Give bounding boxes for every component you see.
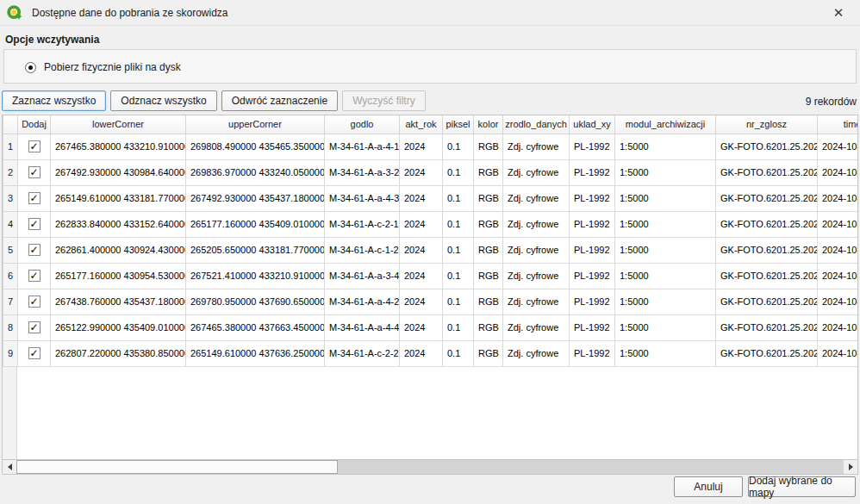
cell-lowerCorner[interactable]: 267465.380000 433210.910000: [51, 134, 186, 159]
cell-upperCorner[interactable]: 265205.650000 433181.770000: [186, 237, 325, 263]
invert-selection-button[interactable]: Odwróć zaznaczenie: [221, 90, 338, 111]
add-selected-to-map-button[interactable]: Dodaj wybrane do mapy: [748, 476, 856, 497]
cell-kolor[interactable]: RGB: [474, 237, 503, 263]
select-all-button[interactable]: Zaznacz wszystko: [2, 90, 106, 111]
horizontal-scrollbar[interactable]: [3, 459, 857, 474]
cell-zrodlo_danych[interactable]: Zdj. cyfrowe: [503, 263, 570, 289]
cell-kolor[interactable]: RGB: [474, 211, 503, 237]
download-files-radio[interactable]: Pobierz fizycznie pliki na dysk: [25, 61, 181, 73]
cell-piksel[interactable]: 0.1: [443, 134, 474, 159]
scrollbar-thumb[interactable]: [16, 460, 338, 474]
cell-modul_archiwizacji[interactable]: 1:5000: [615, 185, 716, 211]
cell-godlo[interactable]: M-34-61-A-a-4-4: [325, 314, 400, 340]
row-checkbox[interactable]: ✓: [28, 296, 41, 308]
radio-icon[interactable]: [25, 62, 36, 73]
cell-akt_rok[interactable]: 2024: [400, 289, 443, 314]
cell-akt_rok[interactable]: 2024: [400, 159, 443, 185]
cell-upperCorner[interactable]: 269808.490000 435465.350000: [186, 134, 325, 159]
cell-piksel[interactable]: 0.1: [443, 237, 474, 263]
cell-nr_zglosz[interactable]: GK-FOTO.6201.25.2024: [716, 185, 818, 211]
cell-akt_rok[interactable]: 2024: [400, 211, 443, 237]
checkbox-cell[interactable]: ✓: [18, 185, 51, 211]
column-header-lowerCorner[interactable]: lowerCorner: [51, 115, 186, 134]
checkbox-cell[interactable]: ✓: [18, 314, 51, 340]
cell-nr_zglosz[interactable]: GK-FOTO.6201.25.2024: [716, 134, 818, 159]
cell-nr_zglosz[interactable]: GK-FOTO.6201.25.2024: [716, 237, 818, 263]
cell-zrodlo_danych[interactable]: Zdj. cyfrowe: [503, 211, 570, 237]
row-number[interactable]: 3: [3, 185, 18, 211]
cell-lowerCorner[interactable]: 262807.220000 435380.850000: [51, 340, 186, 366]
cell-lowerCorner[interactable]: 262833.840000 433152.640000: [51, 211, 186, 237]
cell-uklad_xy[interactable]: PL-1992: [570, 159, 615, 185]
cell-upperCorner[interactable]: 267521.410000 433210.910000: [186, 263, 325, 289]
cell-nr_zglosz[interactable]: GK-FOTO.6201.25.2024: [716, 211, 818, 237]
cell-uklad_xy[interactable]: PL-1992: [570, 134, 615, 159]
checkbox-cell[interactable]: ✓: [18, 159, 51, 185]
cell-uklad_xy[interactable]: PL-1992: [570, 314, 615, 340]
cell-lowerCorner[interactable]: 262861.400000 430924.430000: [51, 237, 186, 263]
scroll-right-icon[interactable]: [844, 460, 857, 474]
cell-kolor[interactable]: RGB: [474, 185, 503, 211]
row-number[interactable]: 4: [3, 211, 18, 237]
cell-kolor[interactable]: RGB: [474, 134, 503, 159]
checkbox-cell[interactable]: ✓: [18, 211, 51, 237]
cell-godlo[interactable]: M-34-61-A-a-4-1: [325, 134, 400, 159]
row-checkbox[interactable]: ✓: [28, 270, 41, 282]
cell-lowerCorner[interactable]: 265122.990000 435409.010000: [51, 314, 186, 340]
row-checkbox[interactable]: ✓: [28, 192, 41, 204]
cell-lowerCorner[interactable]: 265177.160000 430954.530000: [51, 263, 186, 289]
cell-zrodlo_danych[interactable]: Zdj. cyfrowe: [503, 159, 570, 185]
cell-timePos[interactable]: 2024-10-: [818, 289, 859, 314]
cell-kolor[interactable]: RGB: [474, 159, 503, 185]
row-number[interactable]: 9: [3, 340, 18, 366]
cell-uklad_xy[interactable]: PL-1992: [570, 237, 615, 263]
row-number[interactable]: 8: [3, 314, 18, 340]
cell-upperCorner[interactable]: 269836.970000 433240.050000: [186, 159, 325, 185]
cell-modul_archiwizacji[interactable]: 1:5000: [615, 314, 716, 340]
cell-upperCorner[interactable]: 267492.930000 435437.180000: [186, 185, 325, 211]
checkbox-cell[interactable]: ✓: [18, 237, 51, 263]
cell-timePos[interactable]: 2024-10-: [818, 134, 859, 159]
cell-piksel[interactable]: 0.1: [443, 159, 474, 185]
row-checkbox[interactable]: ✓: [28, 218, 41, 230]
column-header-zrodlo_danych[interactable]: zrodlo_danych: [503, 115, 570, 134]
cell-lowerCorner[interactable]: 267492.930000 430984.640000: [51, 159, 186, 185]
cell-piksel[interactable]: 0.1: [443, 340, 474, 366]
column-header-uklad_xy[interactable]: uklad_xy: [570, 115, 615, 134]
cell-nr_zglosz[interactable]: GK-FOTO.6201.25.2024: [716, 263, 818, 289]
cell-zrodlo_danych[interactable]: Zdj. cyfrowe: [503, 314, 570, 340]
row-number[interactable]: 1: [3, 134, 18, 159]
row-checkbox[interactable]: ✓: [28, 166, 41, 178]
cell-upperCorner[interactable]: 265149.610000 437636.250000: [186, 340, 325, 366]
cell-akt_rok[interactable]: 2024: [400, 263, 443, 289]
cell-piksel[interactable]: 0.1: [443, 185, 474, 211]
checkbox-cell[interactable]: ✓: [18, 289, 51, 314]
cell-timePos[interactable]: 2024-10-: [818, 159, 859, 185]
cell-zrodlo_danych[interactable]: Zdj. cyfrowe: [503, 289, 570, 314]
cell-upperCorner[interactable]: 267465.380000 437663.450000: [186, 314, 325, 340]
row-checkbox[interactable]: ✓: [28, 321, 41, 333]
cell-nr_zglosz[interactable]: GK-FOTO.6201.25.2024: [716, 289, 818, 314]
cell-modul_archiwizacji[interactable]: 1:5000: [615, 340, 716, 366]
cell-akt_rok[interactable]: 2024: [400, 314, 443, 340]
cell-upperCorner[interactable]: 269780.950000 437690.650000: [186, 289, 325, 314]
scroll-left-icon[interactable]: [3, 460, 16, 474]
deselect-all-button[interactable]: Odznacz wszystko: [110, 90, 216, 111]
cell-timePos[interactable]: 2024-10-: [818, 185, 859, 211]
cell-modul_archiwizacji[interactable]: 1:5000: [615, 211, 716, 237]
cell-uklad_xy[interactable]: PL-1992: [570, 263, 615, 289]
cell-uklad_xy[interactable]: PL-1992: [570, 289, 615, 314]
cell-timePos[interactable]: 2024-10-: [818, 211, 859, 237]
row-number[interactable]: 5: [3, 237, 18, 263]
cell-timePos[interactable]: 2024-10-: [818, 263, 859, 289]
cell-uklad_xy[interactable]: PL-1992: [570, 340, 615, 366]
cell-kolor[interactable]: RGB: [474, 314, 503, 340]
cell-upperCorner[interactable]: 265177.160000 435409.010000: [186, 211, 325, 237]
column-header-godlo[interactable]: godlo: [325, 115, 400, 134]
row-checkbox[interactable]: ✓: [28, 347, 41, 359]
cell-godlo[interactable]: M-34-61-A-c-2-2: [325, 340, 400, 366]
row-number[interactable]: 6: [3, 263, 18, 289]
cell-nr_zglosz[interactable]: GK-FOTO.6201.25.2024: [716, 340, 818, 366]
row-checkbox[interactable]: ✓: [28, 244, 41, 256]
cell-timePos[interactable]: 2024-10-: [818, 237, 859, 263]
